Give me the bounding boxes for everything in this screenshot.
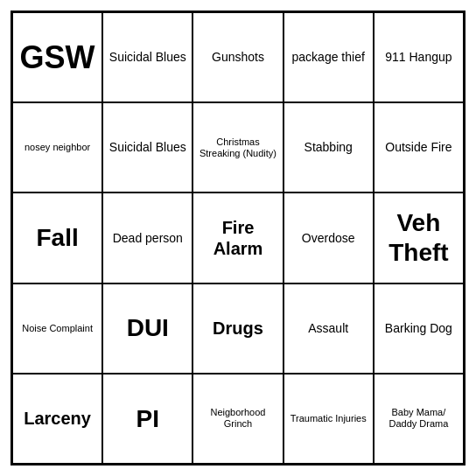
bingo-cell: Baby Mama/ Daddy Drama [374,374,464,464]
cell-text: package thief [288,50,369,65]
bingo-cell: Barking Dog [374,284,464,374]
cell-text: Larceny [17,408,98,429]
cell-text: Gunshots [197,50,278,65]
bingo-cell: Fall [12,192,102,283]
bingo-cell: Larceny [12,374,102,464]
bingo-cell: Assault [284,284,374,374]
cell-text: Christmas Streaking (Nudity) [197,136,278,159]
cell-text: Veh Theft [378,208,459,267]
cell-text: DUI [107,313,188,343]
cell-text: Traumatic Injuries [288,413,369,424]
bingo-board: GSWSuicidal BluesGunshotspackage thief91… [10,10,466,466]
bingo-cell: Christmas Streaking (Nudity) [192,102,283,192]
cell-text: Neigborhood Grinch [197,407,278,430]
bingo-cell: Outside Fire [374,102,464,192]
bingo-cell: package thief [284,12,374,102]
cell-text: Baby Mama/ Daddy Drama [378,407,459,430]
cell-text: Fire Alarm [197,217,278,259]
bingo-cell: nosey neighbor [12,102,102,192]
cell-text: Drugs [197,318,278,339]
cell-text: Suicidal Blues [107,140,188,155]
cell-text: Outside Fire [378,140,459,155]
bingo-cell: PI [102,374,192,464]
cell-text: Overdose [288,231,369,246]
bingo-cell: 911 Hangup [374,12,464,102]
bingo-cell: Suicidal Blues [102,102,192,192]
bingo-cell: Drugs [192,284,283,374]
bingo-cell: Dead person [102,192,192,283]
bingo-cell: Suicidal Blues [102,12,192,102]
bingo-cell: Fire Alarm [192,192,283,283]
bingo-cell: Veh Theft [374,192,464,283]
cell-text: Dead person [107,231,188,246]
bingo-cell: Gunshots [192,12,283,102]
bingo-cell: GSW [12,12,102,102]
bingo-cell: Stabbing [284,102,374,192]
cell-text: Fall [17,223,98,253]
bingo-cell: Neigborhood Grinch [192,374,283,464]
cell-text: Stabbing [288,140,369,155]
cell-text: 911 Hangup [378,50,459,65]
bingo-cell: Traumatic Injuries [284,374,374,464]
cell-text: Noise Complaint [17,323,98,334]
cell-text: nosey neighbor [17,142,98,153]
cell-text: GSW [17,38,98,76]
bingo-cell: DUI [102,284,192,374]
cell-text: Assault [288,321,369,336]
cell-text: PI [107,404,188,434]
bingo-cell: Overdose [284,192,374,283]
bingo-cell: Noise Complaint [12,284,102,374]
cell-text: Suicidal Blues [107,50,188,65]
cell-text: Barking Dog [378,321,459,336]
